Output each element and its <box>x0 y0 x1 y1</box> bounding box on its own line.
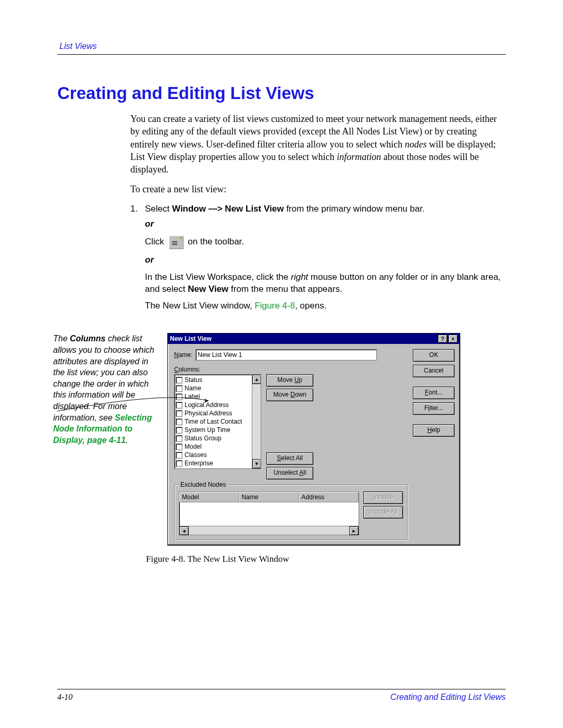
dialog-titlebar: New List View ? × <box>168 334 460 344</box>
list-item[interactable]: Status Group <box>176 434 260 442</box>
select-all-button[interactable]: Select All <box>266 452 313 465</box>
name-label: Name: <box>174 351 192 359</box>
unselect-all-button[interactable]: Unselect All <box>266 467 313 479</box>
page-title: Creating and Editing List Views <box>57 83 506 103</box>
new-list-view-toolbar-icon <box>169 236 183 249</box>
checkbox-icon[interactable] <box>176 452 182 459</box>
excluded-legend: Excluded Nodes <box>179 481 227 488</box>
name-input[interactable] <box>195 349 377 361</box>
listbox-scrollbar[interactable]: ▲ ▼ <box>252 375 261 468</box>
footer-title: Creating and Editing List Views <box>390 693 506 702</box>
workspace-line: In the List View Workspace, click the ri… <box>145 272 506 295</box>
table-hscroll[interactable]: ◄ ► <box>179 526 359 535</box>
col-address[interactable]: Address <box>299 492 359 502</box>
step-text: Select Window —> New List View from the … <box>145 203 506 215</box>
ok-button[interactable]: OK <box>413 349 455 362</box>
cancel-button[interactable]: Cancel <box>413 365 455 377</box>
list-item[interactable]: Enterprise <box>176 459 260 467</box>
opens-line: The New List View window, Figure 4-8, op… <box>145 300 506 312</box>
excluded-table[interactable]: Model Name Address ◄ ► <box>179 491 359 535</box>
margin-note: The Columns check list allows you to cho… <box>53 333 160 446</box>
list-item[interactable]: Model <box>176 442 260 451</box>
checkbox-icon[interactable] <box>176 460 182 467</box>
scroll-left-icon[interactable]: ◄ <box>179 526 189 535</box>
list-item[interactable]: Physical Address <box>176 409 260 417</box>
include-button[interactable]: Include <box>363 491 403 504</box>
or-label-1: or <box>145 218 506 230</box>
dialog-title-text: New List View <box>170 335 212 342</box>
filter-button[interactable]: Filter... <box>413 402 455 415</box>
list-item[interactable]: Name <box>176 384 260 392</box>
move-down-button[interactable]: Move Down <box>266 389 313 401</box>
checkbox-icon[interactable] <box>176 443 182 450</box>
list-item[interactable]: Time of Last Contact <box>176 417 260 426</box>
click-toolbar-line: Click on the toolbar. <box>145 236 506 249</box>
scroll-right-icon[interactable]: ► <box>349 526 359 535</box>
or-label-2: or <box>145 254 506 266</box>
checkbox-icon[interactable] <box>176 402 182 409</box>
checkbox-icon[interactable] <box>176 385 182 392</box>
font-button[interactable]: Font... <box>413 387 455 399</box>
help-titlebar-button[interactable]: ? <box>438 335 447 343</box>
list-item[interactable]: Label <box>176 392 260 401</box>
move-up-button[interactable]: Move Up <box>266 374 313 387</box>
to-create-line: To create a new list view: <box>130 183 506 195</box>
step-1: 1. Select Window —> New List View from t… <box>130 203 506 215</box>
list-item[interactable]: Logical Address <box>176 401 260 409</box>
include-all-button[interactable]: Include All <box>363 506 403 519</box>
excluded-nodes-group: Excluded Nodes Model Name Address ◄ <box>174 485 408 540</box>
page-

-number: 4-10 <box>57 693 72 702</box>
columns-listbox[interactable]: Status Name Label Logical Address Physic… <box>174 374 261 469</box>
figure-caption: Figure 4-8. The New List View Window <box>146 554 506 564</box>
list-item[interactable]: Classes <box>176 451 260 459</box>
columns-label: Columns: <box>174 366 408 373</box>
col-model[interactable]: Model <box>179 492 239 502</box>
step-number: 1. <box>130 203 145 215</box>
close-titlebar-button[interactable]: × <box>448 335 458 343</box>
list-item[interactable]: System Up Time <box>176 426 260 434</box>
scroll-up-icon[interactable]: ▲ <box>252 375 261 384</box>
page-footer: 4-10 Creating and Editing List Views <box>57 689 506 702</box>
list-item[interactable]: Status <box>176 376 260 384</box>
figure-ref-link[interactable]: Figure 4-8 <box>254 301 295 311</box>
new-list-view-dialog: New List View ? × Name: Columns: Status <box>167 333 460 546</box>
checkbox-icon[interactable] <box>176 377 182 384</box>
checkbox-icon[interactable] <box>176 393 182 400</box>
scroll-down-icon[interactable]: ▼ <box>252 459 261 468</box>
checkbox-icon[interactable] <box>176 410 182 417</box>
checkbox-icon[interactable] <box>176 427 182 434</box>
header-section: List Views <box>59 42 97 51</box>
help-button[interactable]: Help <box>413 424 455 437</box>
checkbox-icon[interactable] <box>176 418 182 425</box>
checkbox-icon[interactable] <box>176 468 182 470</box>
intro-paragraph: You can create a variety of list views c… <box>130 113 506 176</box>
col-name[interactable]: Name <box>239 492 299 502</box>
list-item[interactable]: Topologies <box>176 467 260 469</box>
checkbox-icon[interactable] <box>176 435 182 442</box>
header-rule <box>57 54 506 55</box>
